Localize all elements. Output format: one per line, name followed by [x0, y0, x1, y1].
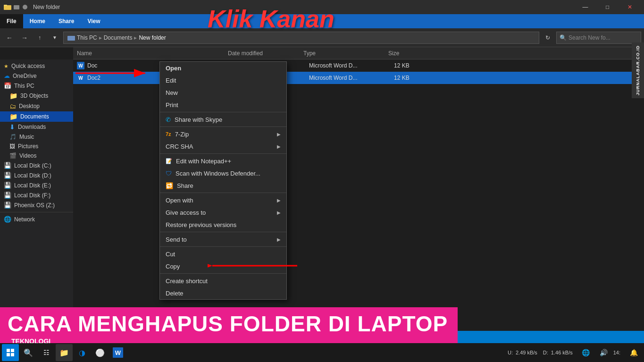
path-newfolder[interactable]: New folder: [139, 34, 166, 41]
notifications-button[interactable]: 🔔: [625, 344, 642, 361]
sidebar-label-network: Network: [14, 216, 35, 223]
col-header-type[interactable]: Type: [303, 50, 388, 57]
sidebar-label-videos: Videos: [19, 152, 36, 159]
net-up: 2.49 kB/s: [516, 350, 537, 355]
sidebar-label-desktop: Desktop: [19, 103, 40, 109]
ctx-createshortcut[interactable]: Create shortcut: [160, 275, 286, 287]
word-taskbar-icon: W: [113, 347, 123, 358]
start-button[interactable]: [2, 344, 19, 361]
svg-rect-1: [4, 5, 7, 6]
sidebar-item-network[interactable]: 🌐 Network: [0, 214, 73, 224]
sidebar-item-onedrive[interactable]: ☁ OneDrive: [0, 71, 73, 81]
ctx-crcsha[interactable]: CRC SHA ▶: [160, 140, 286, 152]
sidebar-item-quickaccess[interactable]: ★ Quick access: [0, 61, 73, 71]
back-button[interactable]: ←: [3, 31, 16, 44]
ctx-delete[interactable]: Delete: [160, 287, 286, 299]
ctx-print[interactable]: Print: [160, 99, 286, 111]
taskview-icon: ☷: [43, 349, 50, 356]
ctx-7zip-arrow: ▶: [277, 132, 281, 137]
ctx-open[interactable]: Open: [160, 62, 286, 74]
sidebar-item-localdisk-f[interactable]: 💾 Local Disk (F:): [0, 190, 73, 200]
path-thispc[interactable]: This PC: [77, 34, 97, 41]
main-layout: ★ Quick access ☁ OneDrive 📅 This PC 📁 3D…: [0, 59, 644, 343]
sidebar-item-downloads[interactable]: ⬇ Downloads: [0, 122, 73, 132]
sidebar-label-3dobjects: 3D Objects: [20, 93, 48, 99]
ctx-openwith-label: Open with: [166, 197, 193, 204]
ctx-scandefender[interactable]: 🛡 Scan with Windows Defender...: [160, 167, 286, 179]
sound-button[interactable]: 🔊: [595, 344, 612, 361]
sidebar-item-documents[interactable]: 📁 Documents: [0, 111, 73, 122]
sidebar-label-music: Music: [19, 134, 34, 140]
star-icon: ★: [4, 63, 8, 69]
taskview-button[interactable]: ☷: [38, 344, 55, 361]
svg-rect-2: [14, 5, 19, 9]
sidebar-item-phoenixos[interactable]: 💾 Phoenix OS (Z:): [0, 200, 73, 210]
recent-button[interactable]: ▼: [48, 31, 61, 44]
maximize-button[interactable]: □: [597, 0, 618, 14]
ctx-7zip[interactable]: 7z 7-Zip ▶: [160, 128, 286, 140]
col-header-size[interactable]: Size: [388, 50, 426, 57]
sidebar-item-thispc[interactable]: 📅 This PC: [0, 81, 73, 91]
svg-rect-11: [7, 353, 10, 356]
svg-rect-12: [11, 353, 14, 356]
ctx-giveaccess[interactable]: Give access to ▶: [160, 206, 286, 219]
col-header-name[interactable]: Name: [77, 50, 228, 57]
ctx-edit[interactable]: Edit: [160, 74, 286, 86]
sidebar-label-thispc: This PC: [14, 83, 34, 89]
sidebar-sep: [0, 212, 73, 212]
forward-button[interactable]: →: [18, 31, 31, 44]
file-row-doc[interactable]: W Doc 11/21/2020 13:55 Microsoft Word D.…: [73, 59, 644, 72]
tab-share[interactable]: Share: [52, 14, 81, 28]
ctx-sep5: [160, 232, 286, 232]
window-title: New folder: [33, 4, 60, 10]
search-box[interactable]: 🔍 Search New fo...: [556, 32, 641, 44]
sidebar-item-videos[interactable]: 🎬 Videos: [0, 151, 73, 160]
sidebar-item-desktop[interactable]: 🗂 Desktop: [0, 101, 73, 111]
videos-icon: 🎬: [9, 152, 17, 159]
chrome-button[interactable]: ⚪: [92, 344, 109, 361]
ctx-share[interactable]: 🔁 Share: [160, 179, 286, 192]
fileexplorer-icon: 📁: [59, 348, 69, 357]
close-button[interactable]: ✕: [619, 0, 640, 14]
edge-button[interactable]: ◑: [74, 344, 91, 361]
word-taskbar-button[interactable]: W: [109, 344, 126, 361]
ctx-scandefender-label: Scan with Windows Defender...: [176, 170, 260, 177]
tab-file[interactable]: File: [0, 14, 23, 28]
network-icon-taskbar[interactable]: 🌐: [577, 344, 594, 361]
path-documents[interactable]: Documents: [104, 34, 133, 41]
ctx-new[interactable]: New: [160, 86, 286, 99]
ribbon: File Home Share View: [0, 14, 644, 28]
sidebar-item-3dobjects[interactable]: 📁 3D Objects: [0, 91, 73, 101]
ctx-shareskype[interactable]: ✆ Share with Skype: [160, 113, 286, 126]
up-button[interactable]: ↑: [33, 31, 46, 44]
sidebar-item-localdisk-e[interactable]: 💾 Local Disk (E:): [0, 180, 73, 190]
sidebar-item-music[interactable]: 🎵 Music: [0, 132, 73, 142]
ctx-restoreprev[interactable]: Restore previous versions: [160, 219, 286, 231]
address-path[interactable]: This PC ▸ Documents ▸ New folder: [63, 32, 539, 44]
taskbar-time: 14:: [613, 350, 624, 355]
col-header-date[interactable]: Date modified: [228, 50, 303, 57]
sidebar-label-pictures: Pictures: [18, 143, 38, 150]
net-label-d: D:: [543, 350, 548, 355]
search-taskbar-button[interactable]: 🔍: [20, 344, 37, 361]
ctx-sendto[interactable]: Send to ▶: [160, 233, 286, 245]
file-row-doc2[interactable]: W Doc2 11/21/2020 14:10 Microsoft Word D…: [73, 72, 644, 84]
refresh-button[interactable]: ↻: [541, 31, 554, 44]
ctx-copy[interactable]: Copy: [160, 260, 286, 272]
taskbar: 🔍 ☷ 📁 ◑ ⚪ W U: 2.49 kB/s D: 1.46 kB/s 🌐 …: [0, 343, 644, 362]
ctx-editnotepad[interactable]: 📝 Edit with Notepad++: [160, 155, 286, 167]
sidebar-item-pictures[interactable]: 🖼 Pictures: [0, 142, 73, 151]
ctx-openwith[interactable]: Open with ▶: [160, 194, 286, 206]
fileexplorer-taskbar-button[interactable]: 📁: [56, 344, 73, 361]
sidebar-item-localdisk-d[interactable]: 💾 Local Disk (D:): [0, 170, 73, 180]
ctx-restoreprev-label: Restore previous versions: [166, 221, 236, 228]
minimize-button[interactable]: —: [575, 0, 596, 14]
column-headers: Name Date modified Type Size: [73, 47, 644, 59]
tab-home[interactable]: Home: [23, 14, 52, 28]
share-icon: 🔁: [166, 182, 173, 189]
ctx-cut[interactable]: Cut: [160, 248, 286, 260]
sidebar-label-localdisk-c: Local Disk (C:): [14, 162, 51, 169]
tab-view[interactable]: View: [81, 14, 107, 28]
sidebar-item-localdisk-c[interactable]: 💾 Local Disk (C:): [0, 160, 73, 170]
sidebar-label-documents: Documents: [20, 113, 49, 120]
